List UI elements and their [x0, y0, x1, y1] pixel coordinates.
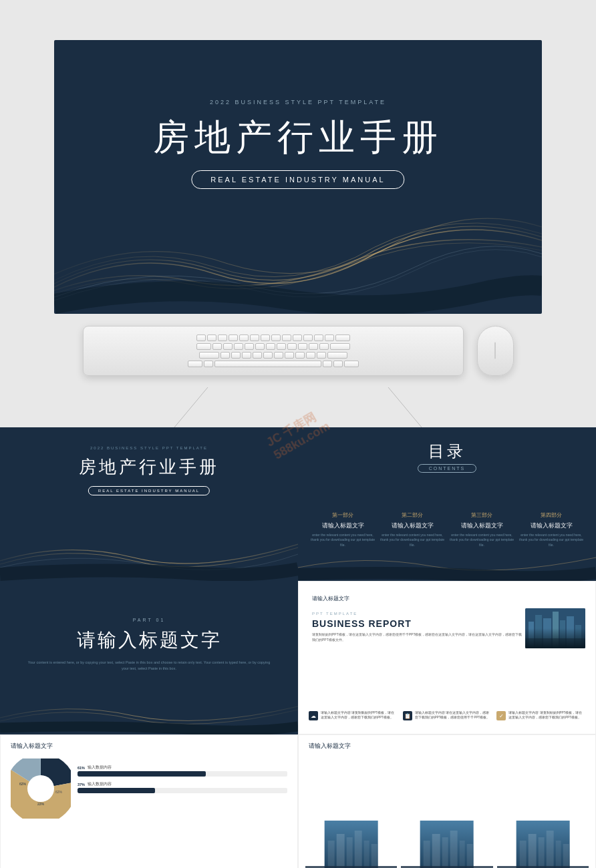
slide6-bar-label: 37% 输入数据内容	[78, 782, 287, 787]
key	[231, 352, 241, 359]
slide7-img-card: TITLE HERE	[497, 821, 589, 868]
slide5-city-img	[525, 608, 585, 648]
slide4-wave	[0, 681, 298, 734]
slide7-image-row: TITLE HERE	[305, 821, 589, 868]
key	[250, 335, 259, 341]
slide7-img-card: TITLE HERE	[305, 821, 397, 868]
slide5-icon-text: 请输入标题文字内容 请在这里输入文字内容，感谢您下载我们的PPT模板，感谢您使用…	[415, 711, 492, 720]
slide5-icon-text: 请输入标题文字内容 请复制粘贴到PPT模板，请在这里输入文字内容，感谢您下载我们…	[508, 711, 585, 720]
key	[344, 361, 359, 367]
slide7-img-svg	[497, 821, 589, 868]
svg-rect-22	[355, 831, 362, 868]
key	[218, 335, 227, 341]
svg-rect-6	[553, 612, 559, 648]
svg-text:62%: 62%	[19, 782, 27, 786]
slide3-col-num: 第一部分	[308, 511, 378, 519]
slide5-icon-item: ☁ 请输入标题文字内容 请复制黏贴到PPT模板，请在这里输入文字内容，感谢您下载…	[309, 711, 398, 720]
key	[309, 343, 318, 350]
key	[245, 343, 254, 350]
slide5-icon-box: ✓	[496, 711, 506, 720]
key	[306, 352, 315, 359]
key	[271, 335, 281, 341]
slide4-title: 请输入标题文字	[0, 628, 298, 653]
slide6-bar-fill	[78, 771, 206, 777]
key	[298, 343, 307, 350]
slide3-col-num: 第三部分	[447, 511, 516, 519]
svg-rect-27	[432, 834, 440, 868]
key	[220, 352, 230, 359]
slide-thumb-3: 目录 CONTENTS 第一部分 请输入标题文字 enter the relev…	[298, 427, 596, 581]
slide2-subtitle: 2022 BUSINESS STYLE PPT TEMPLATE	[0, 446, 298, 450]
slide6-header: 请输入标题文字	[11, 742, 53, 750]
slide6-bar-label: 61% 输入数据内容	[78, 765, 287, 770]
key	[199, 352, 219, 359]
slide3-col-num: 第二部分	[378, 511, 447, 519]
svg-rect-7	[560, 620, 565, 648]
key	[196, 343, 211, 350]
slide-thumb-5: 请输入标题文字 PPT TEMPLATE BUSINESS REPORT 请复制…	[298, 581, 596, 734]
slide-thumb-4: PART 01 请输入标题文字 Your content is entered …	[0, 581, 298, 734]
key	[287, 343, 297, 350]
slide-thumb-6: 请输入标题文字 22% 62% 62% 61% 输入数据内容	[0, 734, 298, 868]
slide6-bar-pct: 61%	[78, 766, 85, 770]
key	[207, 335, 216, 341]
keyboard	[83, 326, 464, 376]
svg-rect-20	[337, 834, 345, 868]
svg-rect-24	[371, 844, 378, 868]
key	[261, 335, 270, 341]
slide6-bar-track	[78, 788, 287, 793]
svg-point-14	[27, 775, 54, 802]
key	[295, 352, 305, 359]
slide5-icon-item: 📋 请输入标题文字内容 请在这里输入文字内容，感谢您下载我们的PPT模板，感谢您…	[403, 711, 492, 720]
svg-rect-37	[555, 841, 561, 868]
slide5-icon-item: ✓ 请输入标题文字内容 请复制粘贴到PPT模板，请在这里输入文字内容，感谢您下载…	[496, 711, 585, 720]
key	[263, 352, 273, 359]
svg-rect-4	[535, 615, 542, 648]
svg-rect-9	[575, 625, 581, 648]
key	[325, 335, 334, 341]
slide-thumb-2: 2022 BUSINESS STYLE PPT TEMPLATE 房地产行业手册…	[0, 427, 298, 581]
key	[319, 343, 329, 350]
slide6-bar-fill	[78, 788, 155, 793]
slide4-body: Your content is entered here, or by copy…	[27, 660, 271, 672]
keyboard-row-1	[196, 335, 350, 341]
key	[188, 361, 202, 367]
key	[239, 335, 249, 341]
keyboard-row-3	[199, 352, 347, 359]
key	[303, 335, 313, 341]
slide3-contents-label: CONTENTS	[298, 461, 596, 473]
slide5-header: 请输入标题文字	[312, 595, 349, 602]
slide3-col-num: 第四部分	[516, 511, 586, 519]
svg-rect-23	[364, 841, 369, 868]
main-slide-title-zh: 房地产行业手册	[54, 114, 542, 162]
svg-rect-35	[538, 837, 544, 868]
wave-decoration	[54, 180, 542, 314]
spacebar-key	[214, 361, 321, 367]
svg-rect-21	[347, 837, 353, 868]
slide7-img-svg	[401, 821, 492, 868]
bottom-grid: 2022 BUSINESS STYLE PPT TEMPLATE 房地产行业手册…	[0, 427, 596, 868]
key	[266, 343, 275, 350]
slide7-header: 请输入标题文字	[309, 742, 351, 750]
slide2-title-zh: 房地产行业手册	[0, 455, 298, 479]
svg-rect-19	[328, 841, 335, 868]
slide6-bar-item: 61% 输入数据内容	[78, 765, 287, 777]
keyboard-area	[54, 314, 542, 387]
key	[282, 335, 291, 341]
slide6-bar-text: 输入数据内容	[88, 765, 112, 770]
svg-rect-31	[467, 844, 473, 868]
svg-rect-38	[563, 844, 569, 868]
slide6-bar-text: 输入数据内容	[88, 782, 112, 787]
key	[234, 343, 243, 350]
key	[317, 352, 326, 359]
slide7-img-card: TITLE HERE	[401, 821, 492, 868]
key	[277, 343, 286, 350]
svg-rect-36	[546, 831, 553, 868]
slide7-img-svg	[305, 821, 397, 868]
svg-rect-10	[525, 638, 585, 648]
key	[212, 343, 222, 350]
key	[274, 352, 283, 359]
slide5-ppt-label: PPT TEMPLATE	[312, 612, 357, 616]
slide6-pie: 22% 62% 62%	[11, 758, 71, 819]
key	[223, 343, 233, 350]
